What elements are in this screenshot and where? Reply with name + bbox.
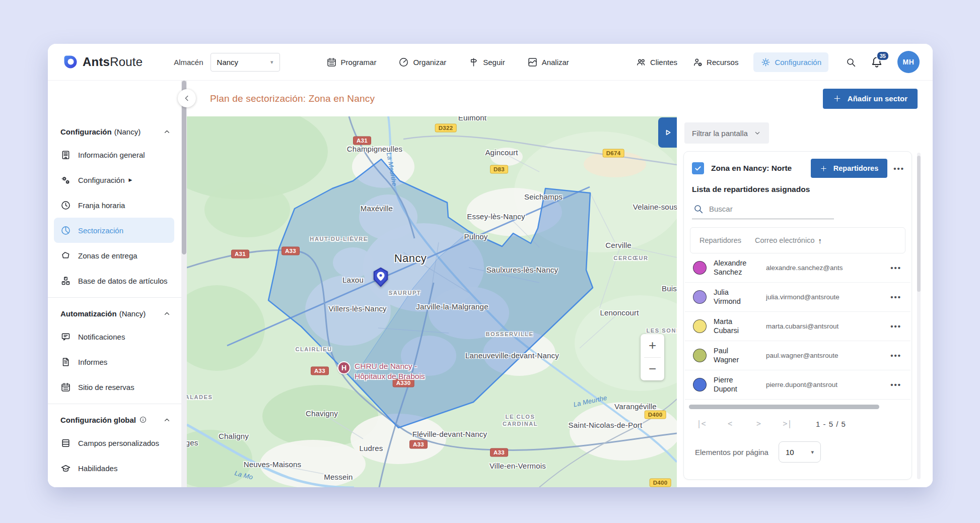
topbar-recursos[interactable]: Recursos <box>692 57 738 68</box>
submenu-arrow-icon: ▶ <box>129 177 132 182</box>
sector-more-button[interactable]: ••• <box>893 164 904 173</box>
sidebar-item-label: Campos personalizados <box>78 439 159 447</box>
topbar-item-label: Configuración <box>775 58 821 67</box>
zoom-out-button[interactable]: − <box>641 358 664 381</box>
sidebar-item-base-de-datos-de-articulos[interactable]: Base de datos de artículos <box>48 268 181 293</box>
per-page-select[interactable]: 10 ▾ <box>779 441 821 463</box>
filter-screen-button[interactable]: Filtrar la pantalla <box>684 122 769 144</box>
map-label-clairlieu: CLAIRLIEU <box>295 346 332 352</box>
collapse-sidebar-button[interactable] <box>178 89 196 107</box>
per-page-row: Elementos por página 10 ▾ <box>695 441 903 463</box>
logo-text: AntsRoute <box>83 55 143 69</box>
sidebar-section-configuracion-global[interactable]: Configuración global <box>48 409 181 430</box>
sort-ascending-icon: ↑ <box>818 236 822 245</box>
sidebar-item-notificaciones[interactable]: Notificaciones <box>48 324 181 349</box>
sidebar-scrollbar[interactable] <box>181 81 187 487</box>
search-icon[interactable] <box>846 57 856 68</box>
row-more-button[interactable]: ••• <box>890 351 901 360</box>
first-page-button[interactable]: |< <box>687 419 716 428</box>
calendar-icon <box>60 382 71 393</box>
courier-name: PierreDupont <box>714 376 766 394</box>
zoom-in-button[interactable]: + <box>641 334 664 357</box>
warehouse-select[interactable]: Nancy ▾ <box>211 53 280 72</box>
menu-programar[interactable]: Programar <box>326 57 377 68</box>
cap-icon <box>60 463 71 474</box>
sidebar-item-sitio-de-reservas[interactable]: Sitio de reservas <box>48 374 181 400</box>
main-content: Plan de sectorización: Zona en Nancy Aña… <box>187 81 933 487</box>
map-label-le-clos: LE CLOS <box>506 414 535 420</box>
warehouse-label: Almacén <box>174 58 203 67</box>
row-more-button[interactable]: ••• <box>890 293 901 301</box>
sidebar-item-sectorizacion[interactable]: Sectorización <box>54 218 174 243</box>
courier-email: alexandre.sanchez@ants <box>766 264 863 272</box>
sidebar-item-campos-personalizados[interactable]: Campos personalizados <box>48 430 181 455</box>
map-label-champigneulles: Champigneulles <box>347 145 402 153</box>
courier-name: JuliaVirmond <box>714 288 766 306</box>
last-page-button[interactable]: >| <box>773 419 802 428</box>
map-label-les-sond: LES SOND <box>646 328 677 334</box>
map-label-saulxures-les-nancy: Saulxures-lès-Nancy <box>486 266 558 274</box>
table-row-pierre-dupont[interactable]: PierreDupontpierre.dupont@antsrout••• <box>685 370 911 400</box>
add-couriers-button[interactable]: Repartidores <box>811 159 887 178</box>
map-label-cerc-ur: CERCŒUR <box>613 255 648 261</box>
map-pin-marker[interactable] <box>372 267 390 287</box>
previous-page-button[interactable]: < <box>716 419 744 428</box>
next-page-button[interactable]: > <box>744 419 773 428</box>
panel-scrollbar[interactable] <box>917 153 921 479</box>
people-icon <box>636 57 647 68</box>
topbar-configuracion[interactable]: Configuración <box>753 52 828 72</box>
topbar-clientes[interactable]: Clientes <box>636 57 677 68</box>
map-label-saurupt: SAURUPT <box>389 290 421 296</box>
menu-label: Seguir <box>483 58 505 67</box>
zone-icon <box>60 250 71 261</box>
sidebar-item-label: Sectorización <box>78 226 123 235</box>
menu-seguir[interactable]: Seguir <box>468 57 505 68</box>
column-email[interactable]: Correo electrónico ↑ <box>755 236 822 245</box>
column-couriers[interactable]: Repartidores <box>690 236 755 244</box>
logo[interactable]: AntsRoute <box>63 54 143 70</box>
row-more-button[interactable]: ••• <box>890 264 901 272</box>
plus-icon <box>820 165 827 172</box>
chevron-left-icon <box>182 94 191 103</box>
road-badge-a31: A31 <box>231 250 249 258</box>
sector-card: Zona en Nancy: Norte Repartidores ••• Li… <box>683 151 912 480</box>
expand-panel-button[interactable] <box>658 117 677 148</box>
couriers-table-body: AlexandreSanchezalexandre.sanchez@ants••… <box>685 253 911 400</box>
sidebar-item-informes[interactable]: Informes <box>48 349 181 374</box>
row-more-button[interactable]: ••• <box>890 380 901 389</box>
map-label-cardinal: CARDINAL <box>503 421 538 427</box>
map-label-agincourt: Agincourt <box>485 148 518 157</box>
courier-color-avatar <box>693 290 707 304</box>
add-sector-button[interactable]: Añadir un sector <box>823 89 918 109</box>
map-zoom-control: + − <box>641 334 664 380</box>
menu-analizar[interactable]: Analizar <box>527 57 569 68</box>
hospital-icon: H <box>337 361 351 374</box>
row-more-button[interactable]: ••• <box>890 322 901 331</box>
sector-checkbox[interactable] <box>692 162 704 174</box>
gears2-icon <box>60 175 71 185</box>
hospital-poi[interactable]: H CHRU de Nancy - Hôpitaux de Brabois <box>337 361 425 381</box>
sidebar-item-zonas-de-entrega[interactable]: Zonas de entrega <box>48 243 181 268</box>
table-row-paul-wagner[interactable]: PaulWagnerpaul.wagner@antsroute••• <box>685 341 911 370</box>
sidebar-section-configuracion[interactable]: Configuración(Nancy) <box>48 121 181 142</box>
horizontal-scrollbar[interactable] <box>689 405 906 409</box>
sidebar-item-label: Sitio de reservas <box>78 383 134 391</box>
user-avatar[interactable]: MH <box>897 51 920 73</box>
sidebar-item-franja-horaria[interactable]: Franja horaria <box>48 192 181 218</box>
map-label-ludres: Ludres <box>359 444 383 452</box>
sidebar-item-configuracion[interactable]: Configuración▶ <box>48 167 181 192</box>
table-row-julia-virmond[interactable]: JuliaVirmondjulia.virmond@antsroute••• <box>685 283 911 312</box>
sidebar-section-automatizacion[interactable]: Automatización(Nancy) <box>48 303 181 324</box>
horizontal-scrollbar-thumb[interactable] <box>689 405 879 409</box>
sidebar-item-habilidades[interactable]: Habilidades <box>48 455 181 481</box>
map[interactable]: EulmontChampigneullesAgincourtSeichampsV… <box>187 116 677 487</box>
menu-organizar[interactable]: Organizar <box>398 57 446 68</box>
table-row-alexandre-sanchez[interactable]: AlexandreSanchezalexandre.sanchez@ants••… <box>685 253 911 283</box>
warehouse-value: Nancy <box>217 58 239 67</box>
sidebar-item-informacion-general[interactable]: Información general <box>48 142 181 167</box>
notifications-bell[interactable]: 35 <box>870 55 883 69</box>
table-row-marta-cubarsi[interactable]: MartaCubarsimarta.cubarsi@antsrout••• <box>685 312 911 341</box>
panel-scrollbar-thumb[interactable] <box>917 156 921 292</box>
section-title: Automatización <box>60 309 117 318</box>
courier-search-input[interactable] <box>709 205 833 213</box>
